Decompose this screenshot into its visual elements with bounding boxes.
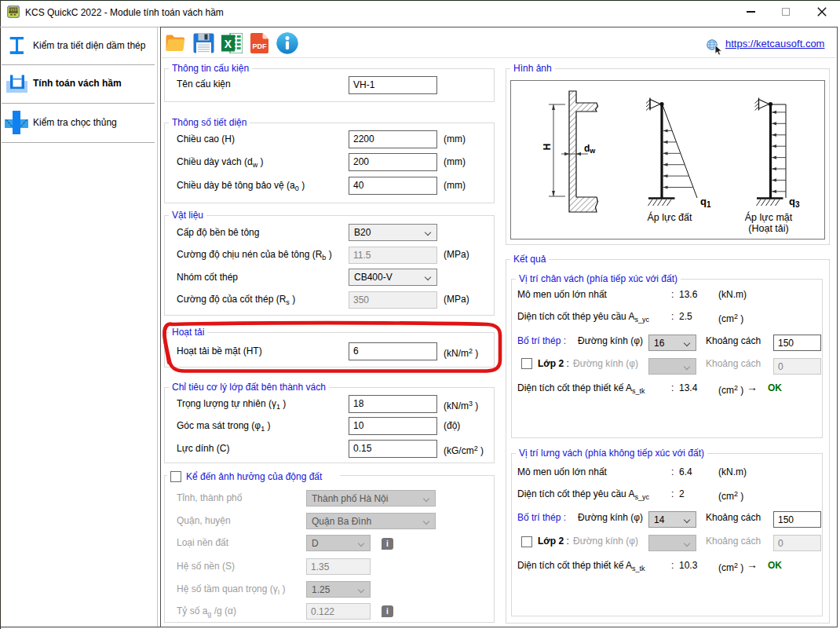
svg-text:dw: dw	[584, 143, 596, 155]
svg-text:H: H	[542, 144, 553, 151]
svg-text:Áp lực mặt: Áp lực mặt	[745, 211, 793, 223]
svg-text:Áp lực đất: Áp lực đất	[647, 211, 692, 223]
svg-text:PDF: PDF	[253, 42, 268, 50]
svg-text:q1: q1	[700, 196, 711, 209]
svg-text:(Hoạt tải): (Hoạt tải)	[748, 223, 788, 234]
svg-text:X: X	[225, 38, 232, 50]
svg-text:q3: q3	[789, 196, 800, 209]
